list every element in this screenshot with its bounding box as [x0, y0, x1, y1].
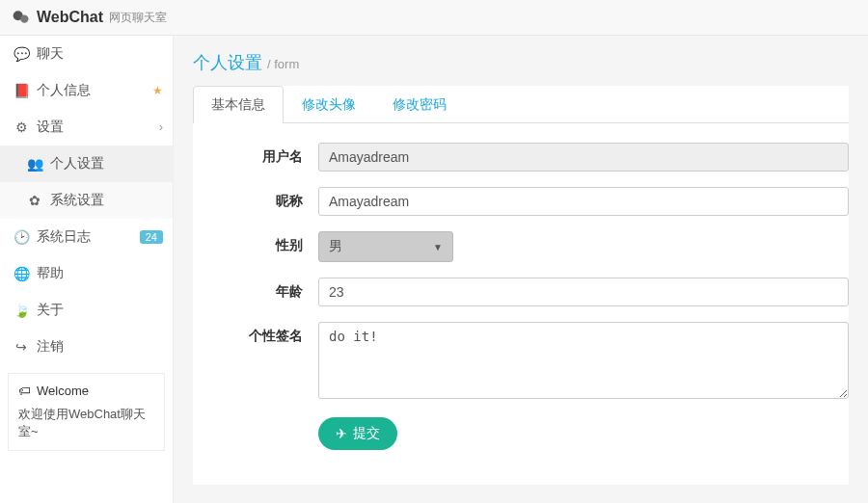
label-age: 年龄: [193, 278, 318, 301]
sidebar-item-label: 帮助: [37, 265, 64, 282]
chevron-right-icon: ›: [159, 120, 163, 134]
sidebar-item-system-settings[interactable]: ✿ 系统设置: [0, 182, 173, 219]
label-gender: 性别: [193, 231, 318, 254]
sidebar-item-label: 个人信息: [37, 82, 91, 99]
sidebar-item-label: 系统设置: [50, 192, 104, 209]
sidebar-item-logs[interactable]: 🕑 系统日志 24: [0, 219, 173, 255]
label-username: 用户名: [193, 143, 318, 166]
label-signature: 个性签名: [193, 322, 318, 345]
app-header: WebChat 网页聊天室: [0, 0, 868, 36]
sidebar-item-help[interactable]: 🌐 帮助: [0, 255, 173, 292]
badge-count: 24: [140, 230, 163, 244]
sidebar-item-label: 关于: [37, 302, 64, 319]
sidebar-item-label: 注销: [37, 338, 64, 356]
page-title-sub: / form: [267, 57, 299, 71]
submit-button[interactable]: ✈ 提交: [318, 417, 397, 450]
cog-icon: ✿: [27, 193, 42, 208]
sidebar-item-label: 个人设置: [50, 155, 104, 172]
users-icon: 👥: [27, 156, 42, 172]
textarea-signature[interactable]: do it!: [318, 322, 849, 399]
sidebar-item-about[interactable]: 🍃 关于: [0, 292, 173, 329]
welcome-title: Welcome: [37, 384, 89, 398]
star-icon: ★: [152, 84, 163, 97]
select-gender[interactable]: 男 ▼: [318, 231, 453, 262]
tab-password[interactable]: 修改密码: [374, 86, 465, 123]
brand-subtitle: 网页聊天室: [109, 10, 167, 26]
logout-icon: ↪: [14, 339, 29, 355]
sidebar: 💬 聊天 📕 个人信息 ★ ⚙ 设置 › 👥 个人设置 ✿ 系统设置 🕑 系统日…: [0, 36, 174, 503]
label-nickname: 昵称: [193, 187, 318, 210]
caret-down-icon: ▼: [433, 242, 443, 252]
page-title: 个人设置 / form: [193, 51, 849, 74]
wechat-icon: [12, 8, 31, 27]
gear-icon: ⚙: [14, 119, 29, 135]
tabs: 基本信息 修改头像 修改密码: [193, 86, 849, 123]
sidebar-item-personal-settings[interactable]: 👥 个人设置: [0, 146, 173, 182]
paper-plane-icon: ✈: [336, 426, 347, 441]
welcome-text: 欢迎使用WebChat聊天室~: [18, 406, 154, 440]
welcome-panel: 🏷 Welcome 欢迎使用WebChat聊天室~: [8, 373, 165, 451]
sidebar-item-label: 系统日志: [37, 228, 91, 246]
tag-icon: 🏷: [18, 384, 31, 398]
leaf-icon: 🍃: [14, 303, 29, 318]
profile-form: 用户名 昵称 性别 男 ▼ 年龄 个性签名: [193, 123, 849, 485]
book-icon: 📕: [14, 83, 29, 98]
brand-name: WebChat: [37, 9, 103, 26]
tab-avatar[interactable]: 修改头像: [284, 86, 374, 123]
globe-icon: 🌐: [14, 266, 29, 281]
main-content: 个人设置 / form 基本信息 修改头像 修改密码 用户名 昵称 性别 男: [174, 36, 868, 503]
page-title-text: 个人设置: [193, 53, 262, 72]
clock-icon: 🕑: [14, 229, 29, 245]
comment-icon: 💬: [14, 46, 29, 62]
sidebar-item-settings[interactable]: ⚙ 设置 ›: [0, 109, 173, 146]
input-age[interactable]: [318, 278, 849, 306]
input-username: [318, 143, 849, 172]
sidebar-item-label: 聊天: [37, 45, 64, 63]
svg-point-1: [20, 15, 28, 23]
sidebar-item-label: 设置: [37, 119, 64, 136]
select-gender-value: 男: [329, 238, 342, 255]
sidebar-item-logout[interactable]: ↪ 注销: [0, 329, 173, 365]
sidebar-item-profile[interactable]: 📕 个人信息 ★: [0, 72, 173, 109]
input-nickname[interactable]: [318, 187, 849, 216]
submit-label: 提交: [353, 425, 380, 442]
tab-basic-info[interactable]: 基本信息: [193, 86, 284, 123]
sidebar-item-chat[interactable]: 💬 聊天: [0, 36, 173, 72]
